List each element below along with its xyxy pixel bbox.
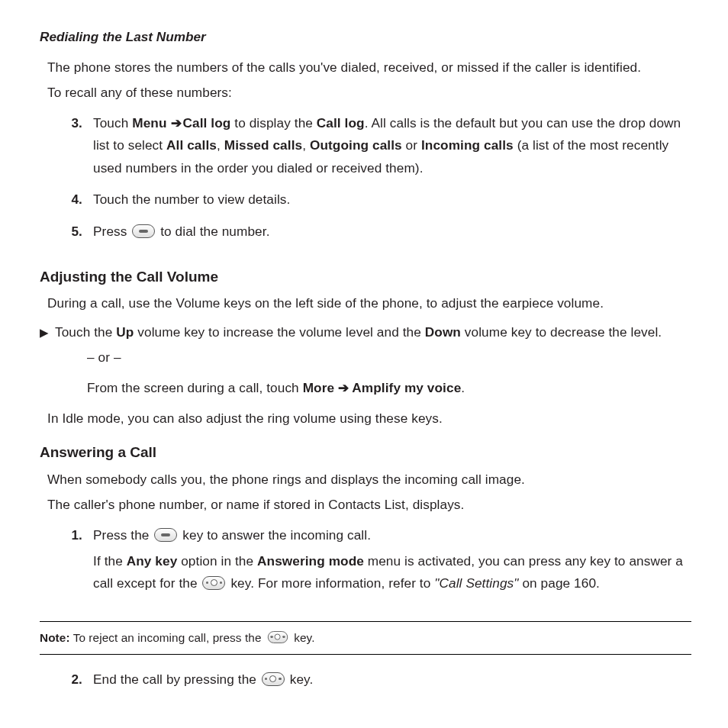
step-5-content: Press to dial the number. (93, 221, 691, 243)
step-marker: 2. (47, 668, 93, 691)
volume-bullet: Touch the Up volume key to increase the … (55, 321, 691, 344)
step-marker: 4. (47, 188, 93, 211)
page-footer: Call Functions 22 (40, 705, 691, 728)
triangle-bullet-icon: ▶ (40, 321, 55, 338)
redial-intro-2: To recall any of these numbers: (47, 82, 691, 105)
volume-bullet-list: ▶ Touch the Up volume key to increase th… (40, 321, 691, 347)
answer-steps-2: 2. End the call by pressing the key. (47, 668, 691, 701)
answer-p1: When somebody calls you, the phone rings… (47, 469, 691, 491)
end-key-icon (268, 631, 288, 643)
volume-alt: From the screen during a call, touch Mor… (87, 377, 691, 400)
step-2-content: End the call by pressing the key. (93, 668, 691, 694)
send-key-icon (132, 224, 155, 238)
step-4-content: Touch the number to view details. (93, 188, 691, 211)
step-3-content: Touch Menu ➔ Call log to display the Cal… (93, 112, 691, 183)
arrow-icon: ➔ (170, 112, 182, 135)
step-1-content: Press the key to answer the incoming cal… (93, 524, 691, 598)
note-label: Note: (40, 631, 70, 644)
heading-volume: Adjusting the Call Volume (40, 265, 691, 290)
redial-steps: 3. Touch Menu ➔ Call log to display the … (47, 112, 691, 253)
step-marker: 5. (47, 221, 93, 243)
volume-intro: During a call, use the Volume keys on th… (47, 292, 691, 315)
note-box: Note: To reject an incoming call, press … (40, 621, 691, 655)
heading-redial: Redialing the Last Number (40, 26, 691, 49)
end-key-icon (262, 672, 285, 686)
send-key-icon (154, 528, 177, 542)
volume-idle: In Idle mode, you can also adjust the ri… (47, 407, 691, 430)
step-marker: 3. (47, 112, 93, 135)
answer-p2: The caller's phone number, or name if st… (47, 494, 691, 517)
end-key-icon (202, 576, 225, 590)
volume-or: – or – (87, 346, 691, 369)
answer-steps-1: 1. Press the key to answer the incoming … (47, 524, 691, 604)
redial-intro-1: The phone stores the numbers of the call… (47, 56, 691, 79)
heading-answer: Answering a Call (40, 440, 691, 465)
step-marker: 1. (47, 524, 93, 547)
manual-page: Redialing the Last Number The phone stor… (0, 0, 728, 728)
